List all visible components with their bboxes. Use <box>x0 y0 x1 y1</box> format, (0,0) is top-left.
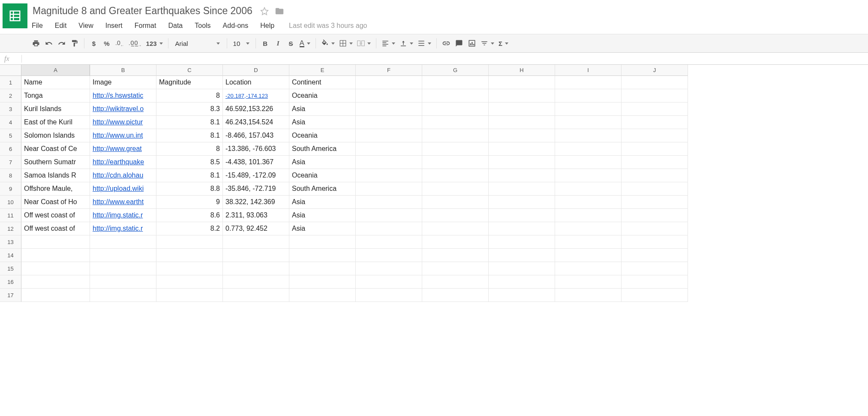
decrease-decimal-button[interactable]: .0← <box>114 37 126 49</box>
cell[interactable] <box>422 262 489 275</box>
cell[interactable] <box>422 169 489 182</box>
cell[interactable] <box>21 249 90 262</box>
cell[interactable] <box>622 129 688 142</box>
cell[interactable] <box>90 249 156 262</box>
cell[interactable] <box>356 116 422 129</box>
cell-location[interactable]: -13.386, -76.603 <box>223 142 289 156</box>
cell[interactable] <box>489 182 555 196</box>
column-header-A[interactable]: A <box>21 65 90 76</box>
cell-location[interactable]: -8.466, 157.043 <box>223 129 289 142</box>
cell[interactable] <box>622 196 688 209</box>
filter-button[interactable] <box>479 37 496 49</box>
cell-image[interactable]: http://www.un.int <box>90 129 156 142</box>
cell[interactable] <box>422 209 489 222</box>
cell-image[interactable]: http://s.hswstatic <box>90 89 156 102</box>
cell[interactable] <box>289 249 356 262</box>
column-header-C[interactable]: C <box>156 65 223 76</box>
cell[interactable] <box>489 169 555 182</box>
cell-name[interactable]: Near Coast of Ce <box>21 142 90 156</box>
cell-name[interactable]: Offshore Maule, <box>21 182 90 196</box>
cell[interactable] <box>422 182 489 196</box>
cell[interactable] <box>422 222 489 235</box>
text-wrap-button[interactable] <box>416 37 433 49</box>
cell-magnitude[interactable]: 8 <box>156 142 223 156</box>
cell[interactable] <box>90 289 156 302</box>
row-header-7[interactable]: 7 <box>0 156 21 169</box>
row-header-6[interactable]: 6 <box>0 142 21 156</box>
cell[interactable] <box>422 142 489 156</box>
cell[interactable] <box>489 102 555 116</box>
cell[interactable] <box>422 275 489 289</box>
cell[interactable] <box>555 235 622 249</box>
cell[interactable] <box>622 235 688 249</box>
cell-magnitude[interactable]: 8.1 <box>156 169 223 182</box>
insert-comment-button[interactable] <box>453 37 465 49</box>
cell[interactable] <box>489 129 555 142</box>
cell-name[interactable]: Off west coast of <box>21 209 90 222</box>
cell[interactable] <box>356 209 422 222</box>
cell[interactable] <box>555 102 622 116</box>
fill-color-button[interactable] <box>319 37 336 49</box>
row-header-15[interactable]: 15 <box>0 262 21 275</box>
merge-cells-button[interactable] <box>355 37 372 49</box>
row-header-11[interactable]: 11 <box>0 209 21 222</box>
cell[interactable] <box>356 76 422 89</box>
cell[interactable] <box>156 249 223 262</box>
cell[interactable] <box>489 156 555 169</box>
cell-magnitude[interactable]: 8.5 <box>156 156 223 169</box>
cell-magnitude[interactable]: 8 <box>156 89 223 102</box>
cell[interactable] <box>289 262 356 275</box>
sheets-logo[interactable] <box>3 3 27 28</box>
cell[interactable] <box>356 275 422 289</box>
header-cell[interactable]: Location <box>223 76 289 89</box>
cell[interactable] <box>289 235 356 249</box>
cell[interactable] <box>489 289 555 302</box>
cell[interactable] <box>422 116 489 129</box>
cell[interactable] <box>90 235 156 249</box>
cell[interactable] <box>422 289 489 302</box>
cell[interactable] <box>156 289 223 302</box>
cell[interactable] <box>622 76 688 89</box>
currency-button[interactable]: $ <box>88 37 100 49</box>
cell[interactable] <box>356 169 422 182</box>
cell[interactable] <box>622 156 688 169</box>
cell[interactable] <box>489 235 555 249</box>
cell-image[interactable]: http://img.static.r <box>90 222 156 235</box>
cell[interactable] <box>21 235 90 249</box>
cell[interactable] <box>422 89 489 102</box>
strikethrough-button[interactable]: S <box>285 37 297 49</box>
row-header-12[interactable]: 12 <box>0 222 21 235</box>
cell[interactable] <box>356 142 422 156</box>
menu-data[interactable]: Data <box>162 20 189 31</box>
column-header-F[interactable]: F <box>356 65 422 76</box>
cell[interactable] <box>555 89 622 102</box>
vertical-align-button[interactable] <box>398 37 415 49</box>
cell[interactable] <box>422 235 489 249</box>
cell[interactable] <box>356 102 422 116</box>
cell[interactable] <box>289 275 356 289</box>
cell-continent[interactable]: Asia <box>289 156 356 169</box>
paint-format-button[interactable] <box>69 37 81 49</box>
cell-location[interactable]: 46.243,154.524 <box>223 116 289 129</box>
italic-button[interactable]: I <box>272 37 284 49</box>
cell[interactable] <box>622 209 688 222</box>
cell-continent[interactable]: Oceania <box>289 89 356 102</box>
insert-link-button[interactable] <box>440 37 452 49</box>
cell[interactable] <box>555 169 622 182</box>
cell[interactable] <box>223 235 289 249</box>
star-icon[interactable] <box>260 7 269 15</box>
cell-name[interactable]: Near Coast of Ho <box>21 196 90 209</box>
cell[interactable] <box>356 89 422 102</box>
borders-button[interactable] <box>337 37 354 49</box>
cell[interactable] <box>289 289 356 302</box>
header-cell[interactable]: Magnitude <box>156 76 223 89</box>
cell[interactable] <box>90 262 156 275</box>
cell[interactable] <box>489 116 555 129</box>
redo-button[interactable] <box>56 37 68 49</box>
column-header-H[interactable]: H <box>489 65 555 76</box>
cell[interactable] <box>422 129 489 142</box>
row-header-14[interactable]: 14 <box>0 249 21 262</box>
row-header-4[interactable]: 4 <box>0 116 21 129</box>
cell-magnitude[interactable]: 8.1 <box>156 129 223 142</box>
cell-continent[interactable]: Asia <box>289 209 356 222</box>
